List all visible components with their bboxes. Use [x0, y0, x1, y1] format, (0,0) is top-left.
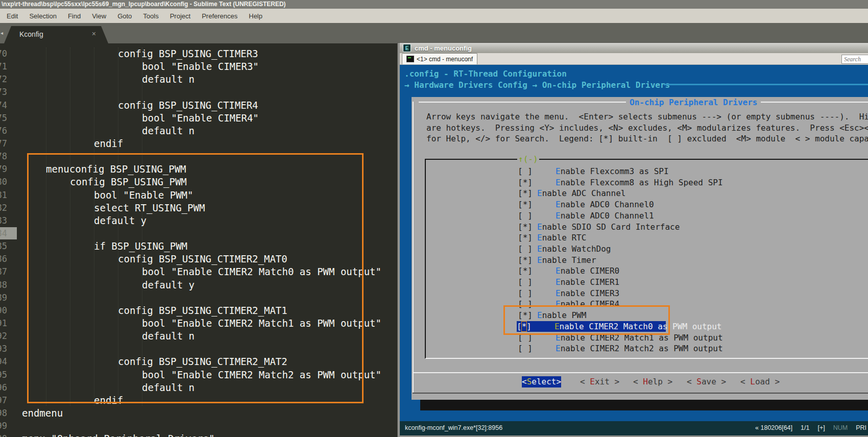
line-number: 83 — [0, 214, 7, 227]
tab-close-icon[interactable]: × — [92, 30, 96, 38]
checkbox[interactable]: [*] — [518, 255, 533, 266]
status-item: « 180206[64] — [755, 423, 792, 434]
menu-item[interactable]: [*]Enable Flexcomm8 as High Speed SPI — [518, 177, 723, 188]
select-button[interactable]: <Select> — [522, 376, 561, 387]
line-number: 79 — [0, 163, 7, 176]
line-number: 95 — [0, 369, 7, 381]
conemu-icon: E — [403, 44, 411, 52]
menu-item[interactable]: [*]Enable RTC — [518, 232, 586, 244]
checkbox[interactable]: [*] — [518, 177, 533, 188]
checkbox[interactable]: [ ] — [518, 277, 533, 288]
checkbox[interactable]: [ ] — [518, 166, 533, 177]
menu-item[interactable]: [ ]Enable Flexcomm3 as SPI — [518, 166, 669, 177]
line-number: 76 — [0, 125, 7, 137]
code-text: menu "Onboard Peripheral Drivers" — [22, 432, 215, 437]
hotkey-letter: E — [537, 255, 542, 265]
menu-item-label: Enable CIMER0 — [556, 265, 619, 277]
menu-item[interactable]: [*]Enable CIMER0 — [518, 265, 619, 277]
line-number: 80 — [0, 176, 7, 188]
hotkey-letter: E — [556, 166, 561, 176]
dialog-border-line — [413, 102, 414, 393]
line-number: 73 — [0, 86, 7, 99]
menubar-item-tools[interactable]: Tools — [137, 9, 164, 23]
checkbox[interactable]: [ ] — [518, 244, 533, 255]
menu-item[interactable]: [ ]Enable CIMER2 Match2 as PWM output — [518, 343, 723, 354]
console-tab[interactable]: <1> cmd - menuconf — [402, 53, 477, 64]
menu-item[interactable]: [ ]Enable ADC0 Channel1 — [518, 210, 654, 222]
menubar-item-help[interactable]: Help — [243, 9, 268, 23]
menuconfig-breadcrumb: → Hardware Drivers Config → On-chip Peri… — [404, 80, 675, 91]
search-input[interactable] — [841, 55, 868, 64]
menubar-item-view[interactable]: View — [86, 9, 112, 23]
menu-item[interactable]: [ ]Enable CIMER3 — [518, 288, 619, 299]
hotkey-letter: H — [643, 377, 648, 386]
menubar-item-project[interactable]: Project — [164, 9, 196, 23]
menu-item-label: Enable Timer — [537, 255, 596, 266]
line-number: 75 — [0, 112, 7, 125]
menu-item[interactable]: [*]Enable ADC Channel — [518, 188, 625, 199]
status-item: [+] — [817, 423, 825, 434]
checkbox[interactable]: [*] — [518, 265, 533, 277]
checkbox[interactable]: [ ] — [518, 288, 533, 299]
code-text: default n — [142, 125, 195, 137]
checkbox[interactable]: [*] — [518, 188, 533, 199]
dialog-shadow — [420, 400, 868, 410]
menu-item[interactable]: [*]Enable ADC0 Channel0 — [518, 199, 654, 210]
menubar-item-edit[interactable]: Edit — [1, 9, 23, 23]
cmd-tab-bar: <1> cmd - menuconf — [400, 53, 868, 65]
line-number: 84 — [0, 227, 7, 240]
menubar-item-goto[interactable]: Goto — [112, 9, 137, 23]
checkbox[interactable]: [*] — [518, 222, 533, 233]
cmd-window-title: cmd - menuconfig — [415, 44, 472, 52]
hotkey-letter: E — [537, 244, 542, 254]
menubar-item-preferences[interactable]: Preferences — [196, 9, 243, 23]
checkbox[interactable]: [ ] — [518, 343, 533, 354]
line-number: 97 — [0, 394, 7, 407]
line-number: 74 — [0, 99, 7, 112]
menu-item[interactable]: [*]Enable SDIO SD Card Interface — [518, 222, 680, 233]
load-button[interactable]: < Load > — [740, 376, 780, 387]
code-text: bool "Enable CIMER4" — [142, 112, 259, 125]
console-icon — [406, 56, 414, 62]
screen: \nxp\rt-thread\bsp\lpc55sxx\lpc55s69_mgn… — [0, 0, 868, 437]
line-number: 92 — [0, 330, 7, 343]
hotkey-letter: E — [556, 288, 561, 298]
status-process: kconfig-mconf_win7.exe*[32]:8956 — [405, 423, 502, 434]
dialog-border-line — [761, 102, 868, 103]
checkbox[interactable]: [*] — [518, 199, 533, 210]
exit-button[interactable]: < Exit > — [580, 376, 619, 387]
tab-kconfig[interactable]: Kconfig × — [4, 26, 108, 43]
hotkey-letter: E — [556, 178, 561, 187]
tab-scroll-left-icon[interactable]: ◂ — [1, 30, 3, 36]
save-button[interactable]: < Save > — [687, 376, 726, 387]
menu-item[interactable]: [ ]Enable WatchDog — [518, 244, 611, 255]
menubar-item-selection[interactable]: Selection — [23, 9, 62, 23]
menu-item[interactable]: [ ]Enable CIMER1 — [518, 277, 619, 288]
line-number: 96 — [0, 381, 7, 394]
checkbox[interactable]: [ ] — [518, 210, 533, 222]
button-divider — [413, 372, 868, 373]
sublime-title-bar: \nxp\rt-thread\bsp\lpc55sxx\lpc55s69_mgn… — [0, 0, 868, 9]
help-button[interactable]: < Help > — [633, 376, 672, 387]
cmd-title-bar: E cmd - menuconfig — [400, 43, 868, 53]
menu-item[interactable]: [*]Enable Timer — [518, 255, 596, 266]
line-number: 82 — [0, 202, 7, 214]
menu-item-label: Enable SDIO SD Card Interface — [537, 222, 680, 233]
dialog-border-line — [413, 393, 868, 394]
status-item: 1/1 — [801, 423, 809, 434]
menubar-item-find[interactable]: Find — [62, 9, 86, 23]
checkbox[interactable]: [*] — [518, 232, 533, 244]
dialog-help-line: for Help, </> for Search. Legend: [*] bu… — [426, 133, 868, 144]
line-number: 72 — [0, 73, 7, 86]
hotkey-letter: E — [556, 266, 561, 276]
sublime-tab-bar: ◂ Kconfig × — [0, 23, 868, 43]
code-text: endif — [94, 137, 123, 150]
menu-item-label: Enable RTC — [537, 232, 586, 244]
annotation-box-menu — [503, 305, 670, 335]
line-number: 86 — [0, 253, 7, 265]
hotkey-letter: S — [527, 377, 532, 386]
hotkey-letter: E — [556, 200, 561, 209]
line-number: 98 — [0, 407, 7, 420]
code-text: config BSP_USING_CTIMER3 — [118, 47, 258, 60]
line-number: 93 — [0, 343, 7, 355]
